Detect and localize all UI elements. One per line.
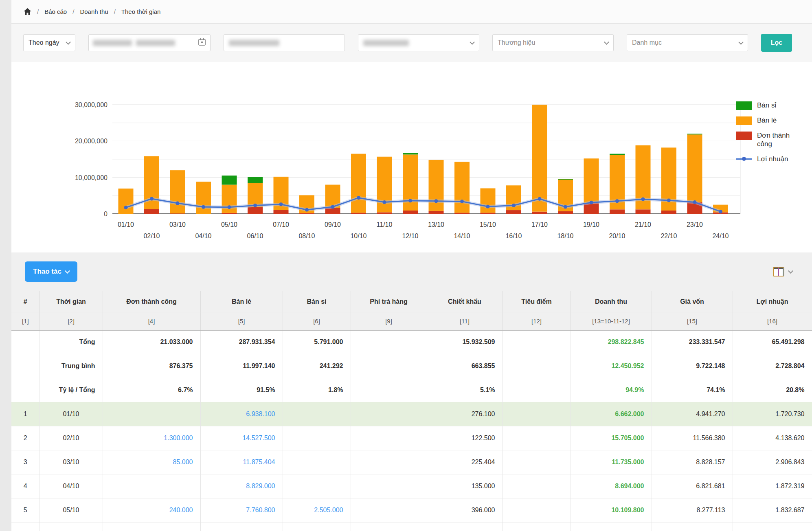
column-header[interactable]: [16]: [733, 312, 812, 330]
bar-segment-4[interactable]: [222, 176, 237, 184]
bar-segment-10[interactable]: [377, 157, 392, 213]
column-header[interactable]: [6]: [283, 312, 351, 330]
column-header[interactable]: Bán lẻ: [200, 291, 283, 312]
profit-point[interactable]: [279, 202, 283, 206]
bar-segment-5[interactable]: [248, 207, 263, 214]
cell-Đơn thành công[interactable]: 240.000: [103, 498, 200, 522]
cell-Đơn thành công[interactable]: 1.300.000: [103, 426, 200, 450]
column-header[interactable]: Chiết khấu: [427, 291, 503, 312]
bar-segment-14[interactable]: [481, 188, 496, 213]
bar-segment-11[interactable]: [403, 153, 418, 154]
legend-item[interactable]: Lợi nhuận: [736, 155, 805, 163]
actions-button[interactable]: Thao tác: [25, 261, 77, 282]
bar-segment-15[interactable]: [506, 210, 521, 214]
profit-point[interactable]: [408, 199, 412, 202]
bar-segment-6[interactable]: [274, 210, 289, 214]
column-header[interactable]: [11]: [427, 312, 503, 330]
column-header[interactable]: [1]: [11, 312, 40, 330]
legend-item[interactable]: Đơn thành công: [736, 131, 805, 149]
legend-item[interactable]: Bán lẻ: [736, 116, 805, 125]
column-header[interactable]: Tiêu điểm: [503, 291, 571, 312]
column-header[interactable]: #: [11, 291, 40, 312]
profit-point[interactable]: [719, 210, 722, 213]
column-header[interactable]: [2]: [40, 312, 103, 330]
period-select[interactable]: Theo ngày: [23, 34, 75, 51]
profit-point[interactable]: [331, 205, 335, 209]
bar-segment-1[interactable]: [144, 209, 159, 214]
bar-segment-0[interactable]: [119, 189, 134, 214]
bar-segment-7[interactable]: [299, 213, 314, 214]
column-header[interactable]: Giá vốn: [652, 291, 733, 312]
store-search-input[interactable]: [224, 34, 345, 51]
column-header[interactable]: Đơn thành công: [103, 291, 200, 312]
cell-Đơn thành công[interactable]: 85.000: [103, 450, 200, 474]
bar-segment-16[interactable]: [532, 105, 547, 212]
bar-segment-19[interactable]: [610, 154, 625, 155]
column-header[interactable]: Thời gian: [40, 291, 103, 312]
profit-point[interactable]: [693, 200, 697, 204]
profit-point[interactable]: [615, 199, 619, 203]
category-select[interactable]: Danh mục: [627, 34, 748, 51]
bar-segment-9[interactable]: [351, 154, 366, 213]
bar-segment-12[interactable]: [429, 160, 444, 211]
bar-segment-11[interactable]: [403, 211, 418, 214]
cell-Bán lẻ[interactable]: 6.938.100: [200, 402, 283, 426]
column-visibility-toggle[interactable]: [772, 266, 792, 277]
date-range-input[interactable]: [88, 34, 211, 51]
profit-point[interactable]: [486, 205, 490, 208]
bar-segment-17[interactable]: [558, 179, 573, 180]
bar-segment-3[interactable]: [196, 182, 211, 214]
column-header[interactable]: Lợi nhuận: [733, 291, 812, 312]
bar-segment-5[interactable]: [248, 177, 263, 183]
profit-point[interactable]: [641, 197, 645, 201]
profit-point[interactable]: [202, 205, 205, 209]
breadcrumb-item-doanh-thu[interactable]: Doanh thu: [80, 8, 108, 15]
bar-segment-16[interactable]: [532, 212, 547, 214]
cell-Bán lẻ[interactable]: 8.829.000: [200, 474, 283, 498]
profit-point[interactable]: [124, 206, 128, 209]
cell-Bán lẻ[interactable]: 11.875.404: [200, 450, 283, 474]
profit-point[interactable]: [590, 201, 593, 204]
profit-point[interactable]: [305, 208, 309, 212]
profit-point[interactable]: [176, 202, 180, 205]
bar-segment-14[interactable]: [481, 213, 496, 214]
legend-item[interactable]: Bán sỉ: [736, 101, 805, 110]
profit-point[interactable]: [228, 205, 231, 209]
brand-select[interactable]: Thương hiệu: [492, 34, 614, 51]
column-header[interactable]: [9]: [351, 312, 427, 330]
profit-point[interactable]: [383, 200, 386, 204]
store-select[interactable]: [358, 34, 479, 51]
bar-segment-10[interactable]: [377, 212, 392, 214]
bar-segment-13[interactable]: [454, 213, 470, 214]
bar-segment-18[interactable]: [584, 158, 599, 203]
bar-segment-17[interactable]: [558, 211, 573, 214]
column-header[interactable]: [13=10-11-12]: [571, 312, 652, 330]
profit-point[interactable]: [357, 196, 360, 200]
profit-point[interactable]: [253, 204, 257, 207]
profit-point[interactable]: [667, 198, 671, 202]
bar-segment-22[interactable]: [687, 134, 702, 202]
cell-Bán lẻ[interactable]: 7.760.800: [200, 498, 283, 522]
bar-segment-13[interactable]: [454, 162, 470, 213]
home-icon[interactable]: [24, 8, 31, 15]
bar-segment-21[interactable]: [661, 211, 676, 214]
bar-segment-22[interactable]: [687, 134, 702, 134]
bar-segment-2[interactable]: [170, 170, 185, 213]
column-header[interactable]: Doanh thu: [571, 291, 652, 312]
bar-segment-12[interactable]: [429, 211, 444, 214]
profit-point[interactable]: [460, 200, 464, 203]
breadcrumb-item-bao-cao[interactable]: Báo cáo: [44, 8, 67, 15]
profit-point[interactable]: [512, 204, 516, 207]
profit-point[interactable]: [150, 197, 154, 201]
column-header[interactable]: Phí trả hàng: [351, 291, 427, 312]
bar-segment-2[interactable]: [170, 213, 185, 214]
column-header[interactable]: [4]: [103, 312, 200, 330]
profit-point[interactable]: [538, 197, 542, 201]
bar-segment-19[interactable]: [610, 209, 625, 214]
profit-point[interactable]: [435, 199, 438, 203]
column-header[interactable]: Bán sỉ: [283, 291, 351, 312]
cell-Bán sỉ[interactable]: 2.505.000: [283, 498, 351, 522]
bar-segment-9[interactable]: [351, 213, 366, 214]
bar-segment-5[interactable]: [248, 183, 263, 207]
filter-button[interactable]: Lọc: [761, 34, 792, 52]
